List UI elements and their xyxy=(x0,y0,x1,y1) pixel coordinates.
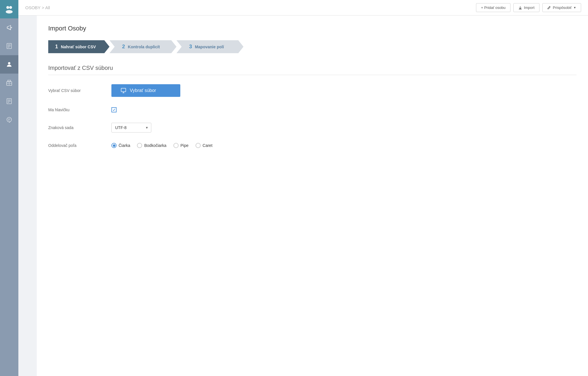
delimiter-label: Oddelovač poľa xyxy=(48,143,111,148)
delimiter-bodkociarka[interactable]: Bodkočiarka xyxy=(137,143,166,148)
step-2-number: 2 xyxy=(122,44,125,50)
sidebar-item-persons[interactable] xyxy=(0,55,18,74)
svg-rect-18 xyxy=(121,88,126,92)
select-file-button[interactable]: Vybrať súbor xyxy=(111,84,180,97)
delimiter-pipe-label: Pipe xyxy=(181,143,189,148)
step-2: 2 Kontrola duplicít xyxy=(109,40,176,53)
charset-label: Znaková sada xyxy=(48,125,111,130)
svg-point-17 xyxy=(7,117,11,122)
header-row: Ma hlavičku ✓ xyxy=(48,107,577,112)
import-button[interactable]: Import xyxy=(513,3,539,12)
wrench-icon xyxy=(547,6,551,10)
select-file-button-label: Vybrať súbor xyxy=(130,88,156,93)
sidebar-item-reports[interactable] xyxy=(0,92,18,110)
customize-button[interactable]: Prispôsobiť ▼ xyxy=(542,3,581,12)
charset-select-wrapper: UTF-8 ISO-8859-1 Windows-1250 ▼ xyxy=(111,123,151,133)
header-label: Ma hlavičku xyxy=(48,108,111,112)
breadcrumb: OSOBY > All xyxy=(25,5,50,10)
form-section: Importovať z CSV súboru Vybrať CSV súbor… xyxy=(48,65,577,148)
sidebar-item-messages[interactable] xyxy=(0,110,18,129)
delimiter-row: Oddelovač poľa Čiarka Bodkočiarka xyxy=(48,143,577,148)
checkmark-icon: ✓ xyxy=(113,108,116,112)
csv-file-control: Vybrať súbor xyxy=(111,84,577,97)
monitor-icon xyxy=(121,88,126,93)
delimiter-pipe[interactable]: Pipe xyxy=(173,143,189,148)
csv-file-label: Vybrať CSV súbor xyxy=(48,88,111,93)
sidebar-logo xyxy=(0,0,18,18)
radio-bodkociarka-circle xyxy=(137,143,142,148)
section-title: Importovať z CSV súboru xyxy=(48,65,577,71)
radio-pipe-circle xyxy=(173,143,179,148)
delimiter-ciarka-label: Čiarka xyxy=(119,143,130,148)
stepper: 1 Nahrať súbor CSV 2 Kontrola duplicít 3… xyxy=(48,40,243,53)
step-3-number: 3 xyxy=(189,44,192,50)
delimiter-ciarka[interactable]: Čiarka xyxy=(111,143,130,148)
topbar-actions: + Pridať osobu Import Prispôsobiť ▼ xyxy=(476,3,581,12)
import-button-label: Import xyxy=(524,5,535,10)
svg-point-1 xyxy=(9,6,12,9)
charset-control: UTF-8 ISO-8859-1 Windows-1250 ▼ xyxy=(111,123,577,133)
sidebar xyxy=(0,0,18,376)
header-checkbox[interactable]: ✓ xyxy=(111,107,117,112)
step-1-number: 1 xyxy=(55,44,58,50)
radio-ciarka-dot xyxy=(113,144,115,147)
svg-point-0 xyxy=(6,6,9,9)
sidebar-item-contacts[interactable] xyxy=(0,37,18,55)
svg-rect-10 xyxy=(8,80,11,82)
page-title: Import Osoby xyxy=(48,25,577,32)
delimiter-caret[interactable]: Caret xyxy=(196,143,212,148)
customize-button-label: Prispôsobiť xyxy=(553,5,572,10)
chevron-down-icon: ▼ xyxy=(573,6,576,9)
svg-point-2 xyxy=(6,10,13,14)
breadcrumb-main: OSOBY xyxy=(25,5,40,10)
delimiter-caret-label: Caret xyxy=(203,143,212,148)
step-1-label: Nahrať súbor CSV xyxy=(61,45,96,49)
step-3-label: Mapovanie polí xyxy=(195,45,224,49)
add-person-button[interactable]: + Pridať osobu xyxy=(476,3,510,12)
topbar: OSOBY > All + Pridať osobu Import Prispô… xyxy=(18,0,588,16)
logo-icon xyxy=(5,5,14,14)
svg-point-8 xyxy=(8,62,10,64)
csv-file-row: Vybrať CSV súbor Vybrať súbor xyxy=(48,84,577,97)
charset-row: Znaková sada UTF-8 ISO-8859-1 Windows-12… xyxy=(48,123,577,133)
sidebar-item-companies[interactable] xyxy=(0,74,18,92)
svg-point-3 xyxy=(11,27,12,28)
breadcrumb-sub: All xyxy=(45,5,50,10)
radio-ciarka-circle xyxy=(111,143,117,148)
breadcrumb-sep: > xyxy=(40,5,45,10)
header-control: ✓ xyxy=(111,107,577,112)
charset-select[interactable]: UTF-8 ISO-8859-1 Windows-1250 xyxy=(111,123,151,133)
delimiter-radio-group: Čiarka Bodkočiarka Pipe Caret xyxy=(111,143,577,148)
step-2-label: Kontrola duplicít xyxy=(128,45,160,49)
step-1: 1 Nahrať súbor CSV xyxy=(48,40,109,53)
radio-caret-circle xyxy=(196,143,201,148)
delimiter-bodkociarka-label: Bodkočiarka xyxy=(144,143,166,148)
step-3: 3 Mapovanie polí xyxy=(177,40,243,53)
sidebar-item-campaigns[interactable] xyxy=(0,18,18,37)
main-content: Import Osoby 1 Nahrať súbor CSV 2 Kontro… xyxy=(37,16,588,376)
import-icon xyxy=(518,6,522,10)
delimiter-control: Čiarka Bodkočiarka Pipe Caret xyxy=(111,143,577,148)
section-divider xyxy=(48,75,577,75)
